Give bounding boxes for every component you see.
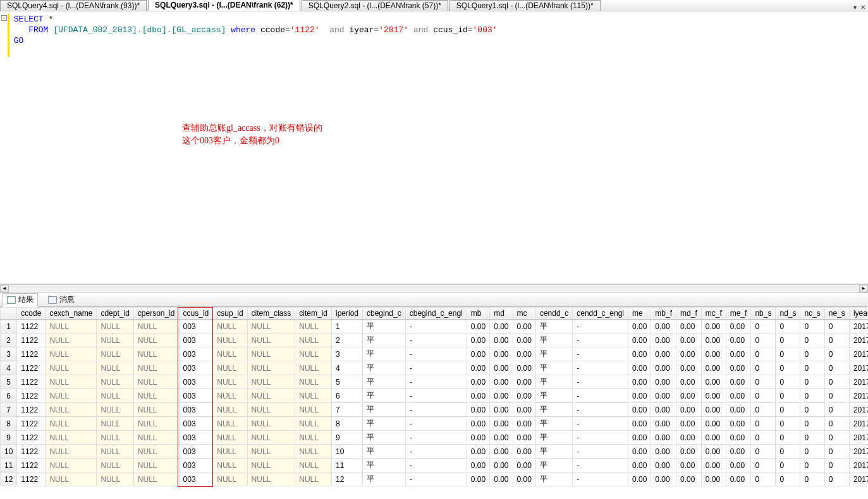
grid-cell[interactable]: -: [405, 403, 467, 417]
table-row[interactable]: 111122NULLNULLNULL003NULLNULLNULL11平-0.0…: [1, 459, 869, 472]
grid-cell[interactable]: NULL: [133, 417, 179, 431]
grid-cell[interactable]: NULL: [46, 361, 97, 375]
grid-cell[interactable]: 003: [179, 445, 213, 459]
table-row[interactable]: 81122NULLNULLNULL003NULLNULLNULL8平-0.000…: [1, 417, 869, 431]
grid-cell[interactable]: 1122: [17, 389, 46, 403]
grid-cell[interactable]: NULL: [295, 403, 332, 417]
grid-cell[interactable]: 0: [776, 417, 800, 431]
grid-cell[interactable]: 1122: [17, 459, 46, 472]
grid-cell[interactable]: NULL: [97, 472, 133, 486]
grid-cell[interactable]: 003: [179, 320, 213, 334]
grid-cell[interactable]: 0.00: [676, 334, 702, 347]
grid-cell[interactable]: 2017: [849, 334, 868, 347]
column-header[interactable]: md_f: [676, 308, 702, 320]
grid-cell[interactable]: 0.00: [628, 334, 651, 347]
grid-cell[interactable]: 0: [776, 347, 800, 361]
grid-cell[interactable]: NULL: [247, 417, 295, 431]
grid-cell[interactable]: 0.00: [467, 375, 489, 389]
column-header[interactable]: iyear: [849, 308, 868, 320]
grid-cell[interactable]: -: [573, 459, 628, 472]
grid-cell[interactable]: 0: [824, 445, 849, 459]
grid-cell[interactable]: 0: [776, 389, 800, 403]
grid-cell[interactable]: 0.00: [701, 375, 726, 389]
sql-editor-pane[interactable]: − SELECT * FROM [UFDATA_002_2013].[dbo].…: [0, 11, 868, 284]
grid-cell[interactable]: 0: [800, 472, 824, 486]
grid-cell[interactable]: 2017: [849, 403, 868, 417]
table-row[interactable]: 71122NULLNULLNULL003NULLNULLNULL7平-0.000…: [1, 403, 869, 417]
grid-cell[interactable]: 2017: [849, 361, 868, 375]
grid-cell[interactable]: -: [405, 431, 467, 445]
grid-cell[interactable]: 平: [535, 431, 572, 445]
grid-cell[interactable]: 0.00: [513, 361, 535, 375]
grid-cell[interactable]: 0.00: [490, 417, 513, 431]
grid-cell[interactable]: NULL: [46, 472, 97, 486]
grid-cell[interactable]: 0: [800, 361, 824, 375]
grid-cell[interactable]: 0.00: [651, 403, 676, 417]
table-row[interactable]: 101122NULLNULLNULL003NULLNULLNULL10平-0.0…: [1, 445, 869, 459]
grid-cell[interactable]: 1122: [17, 472, 46, 486]
grid-cell[interactable]: 2017: [849, 320, 868, 334]
grid-cell[interactable]: 0.00: [467, 320, 489, 334]
grid-cell[interactable]: 0.00: [467, 389, 489, 403]
results-grid[interactable]: ccodecexch_namecdept_idcperson_idccus_id…: [0, 307, 868, 486]
grid-cell[interactable]: -: [573, 445, 628, 459]
grid-cell[interactable]: NULL: [295, 347, 332, 361]
grid-cell[interactable]: 0.00: [726, 472, 751, 486]
row-number[interactable]: 2: [1, 334, 17, 347]
table-row[interactable]: 121122NULLNULLNULL003NULLNULLNULL12平-0.0…: [1, 472, 869, 486]
grid-cell[interactable]: NULL: [247, 361, 295, 375]
row-number[interactable]: 10: [1, 445, 17, 459]
grid-cell[interactable]: 0.00: [490, 459, 513, 472]
grid-cell[interactable]: NULL: [295, 417, 332, 431]
grid-cell[interactable]: 9: [331, 431, 362, 445]
grid-cell[interactable]: 0.00: [628, 320, 651, 334]
grid-cell[interactable]: NULL: [133, 389, 179, 403]
grid-cell[interactable]: 0: [800, 459, 824, 472]
grid-cell[interactable]: NULL: [46, 375, 97, 389]
grid-cell[interactable]: 0.00: [726, 403, 751, 417]
grid-cell[interactable]: 003: [179, 347, 213, 361]
grid-cell[interactable]: 2017: [849, 459, 868, 472]
grid-cell[interactable]: 平: [535, 403, 572, 417]
grid-cell[interactable]: 2017: [849, 389, 868, 403]
grid-cell[interactable]: NULL: [97, 403, 133, 417]
grid-cell[interactable]: 0.00: [490, 431, 513, 445]
row-number[interactable]: 4: [1, 361, 17, 375]
column-header[interactable]: me: [628, 308, 651, 320]
grid-cell[interactable]: 1122: [17, 320, 46, 334]
table-row[interactable]: 51122NULLNULLNULL003NULLNULLNULL5平-0.000…: [1, 375, 869, 389]
grid-cell[interactable]: NULL: [295, 320, 332, 334]
grid-cell[interactable]: NULL: [213, 375, 247, 389]
grid-cell[interactable]: 0.00: [651, 347, 676, 361]
tab-results[interactable]: 结果: [3, 293, 38, 307]
grid-cell[interactable]: 0.00: [676, 472, 702, 486]
grid-cell[interactable]: 0: [751, 334, 776, 347]
tab-close-icon[interactable]: ✕: [860, 4, 865, 11]
grid-cell[interactable]: 0.00: [676, 375, 702, 389]
grid-cell[interactable]: 003: [179, 417, 213, 431]
grid-cell[interactable]: 0: [824, 389, 849, 403]
grid-cell[interactable]: 0.00: [726, 334, 751, 347]
grid-cell[interactable]: 0: [800, 389, 824, 403]
grid-cell[interactable]: -: [573, 361, 628, 375]
grid-cell[interactable]: NULL: [247, 334, 295, 347]
grid-cell[interactable]: NULL: [133, 375, 179, 389]
row-number[interactable]: 8: [1, 417, 17, 431]
grid-cell[interactable]: NULL: [247, 375, 295, 389]
grid-cell[interactable]: 4: [331, 361, 362, 375]
grid-cell[interactable]: 0.00: [467, 417, 489, 431]
grid-cell[interactable]: 平: [535, 459, 572, 472]
grid-cell[interactable]: -: [573, 403, 628, 417]
grid-cell[interactable]: NULL: [97, 389, 133, 403]
grid-cell[interactable]: 平: [535, 472, 572, 486]
grid-cell[interactable]: 1122: [17, 417, 46, 431]
grid-cell[interactable]: 0.00: [676, 403, 702, 417]
row-header-corner[interactable]: [1, 308, 17, 320]
grid-cell[interactable]: 0.00: [513, 320, 535, 334]
grid-cell[interactable]: 2017: [849, 472, 868, 486]
grid-cell[interactable]: 平: [535, 417, 572, 431]
grid-cell[interactable]: 0: [824, 472, 849, 486]
grid-cell[interactable]: 0.00: [651, 320, 676, 334]
column-header[interactable]: ccode: [17, 308, 46, 320]
grid-cell[interactable]: NULL: [133, 431, 179, 445]
